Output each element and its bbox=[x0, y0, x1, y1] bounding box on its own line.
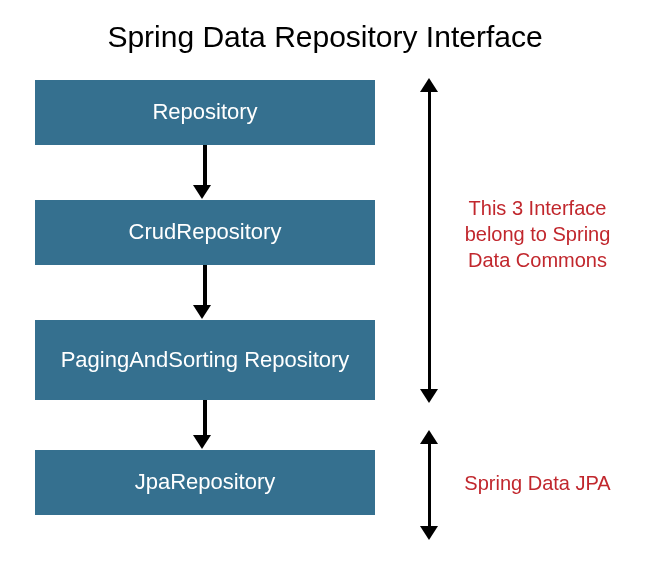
box-paging-sorting-repository: PagingAndSorting Repository bbox=[35, 320, 375, 400]
range-arrow-icon bbox=[420, 78, 440, 403]
diagram-title: Spring Data Repository Interface bbox=[0, 20, 650, 54]
arrow-down-icon bbox=[200, 400, 210, 449]
box-label: PagingAndSorting Repository bbox=[61, 347, 350, 373]
annotation-spring-data-commons: This 3 Interface belong to Spring Data C… bbox=[455, 195, 620, 273]
arrow-down-icon bbox=[200, 145, 210, 199]
box-crud-repository: CrudRepository bbox=[35, 200, 375, 265]
box-label: Repository bbox=[152, 99, 257, 125]
box-label: CrudRepository bbox=[129, 219, 282, 245]
annotation-spring-data-jpa: Spring Data JPA bbox=[455, 470, 620, 496]
box-repository: Repository bbox=[35, 80, 375, 145]
arrow-down-icon bbox=[200, 265, 210, 319]
box-jpa-repository: JpaRepository bbox=[35, 450, 375, 515]
range-arrow-icon bbox=[420, 430, 440, 540]
box-label: JpaRepository bbox=[135, 469, 276, 495]
